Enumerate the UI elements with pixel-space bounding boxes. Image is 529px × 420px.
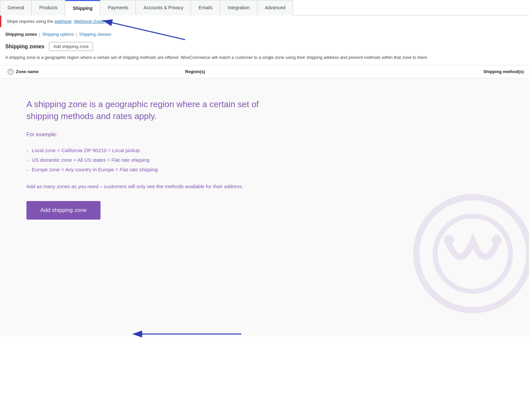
list-item: Europe zone = Any country in Europe = Fl… <box>26 165 516 174</box>
tabs-bar: GeneralProductsShippingPaymentsAccounts … <box>0 0 529 16</box>
col-zone-name: Zone name <box>16 69 185 74</box>
tab-general[interactable]: General <box>0 0 32 16</box>
notice-text-middle: . <box>72 19 74 24</box>
tab-products[interactable]: Products <box>32 0 65 16</box>
col-regions: Region(s) <box>185 69 354 74</box>
help-icon[interactable]: ? <box>8 69 14 75</box>
webhook-link[interactable]: webhook <box>55 19 72 24</box>
tab-integration[interactable]: Integration <box>220 0 257 16</box>
tab-emails[interactable]: Emails <box>191 0 220 16</box>
col-methods: Shipping method(s) <box>354 69 524 74</box>
notice-bar: Stripe requires using the webhook. Webho… <box>0 16 529 27</box>
section-title: Shipping zones <box>5 44 44 50</box>
subnav-shipping-classes[interactable]: Shipping classes <box>79 32 111 37</box>
tab-accounts-privacy[interactable]: Accounts & Privacy <box>136 0 191 16</box>
sub-nav: Shipping zones | Shipping options | Ship… <box>0 27 529 39</box>
add-shipping-zone-button-top[interactable]: Add shipping zone <box>49 42 93 51</box>
list-item: US domestic zone = All US states = Flat … <box>26 155 516 165</box>
notice-text-before: Stripe requires using the <box>7 19 55 24</box>
webhook-guide-link[interactable]: Webhook Guide <box>74 19 105 24</box>
tab-shipping[interactable]: Shipping <box>65 0 100 16</box>
table-header: ? Zone name Region(s) Shipping method(s) <box>0 65 529 78</box>
tab-payments[interactable]: Payments <box>100 0 136 16</box>
section-header: Shipping zones Add shipping zone <box>0 39 529 54</box>
tab-advanced[interactable]: Advanced <box>257 0 293 16</box>
subnav-shipping-options[interactable]: Shipping options <box>42 32 74 37</box>
table-help-col: ? <box>5 69 16 75</box>
empty-state-note: Add as many zones as you need – customer… <box>26 184 274 189</box>
page-wrap: GeneralProductsShippingPaymentsAccounts … <box>0 0 529 420</box>
svg-point-2 <box>444 235 454 245</box>
add-shipping-zone-button-main[interactable]: Add shipping zone <box>26 201 101 220</box>
svg-point-3 <box>492 235 502 245</box>
svg-point-1 <box>435 216 510 291</box>
empty-state: A shipping zone is a geographic region w… <box>0 78 529 336</box>
empty-state-list: Local zone = California ZIP 90210 = Loca… <box>26 146 516 174</box>
zone-description: A shipping zone is a geographic region w… <box>0 54 529 65</box>
list-item: Local zone = California ZIP 90210 = Loca… <box>26 146 516 155</box>
subnav-label: Shipping zones <box>5 32 37 37</box>
woo-watermark <box>410 191 529 316</box>
empty-state-title: A shipping zone is a geographic region w… <box>26 98 274 122</box>
empty-state-subtitle: For example: <box>26 132 516 138</box>
